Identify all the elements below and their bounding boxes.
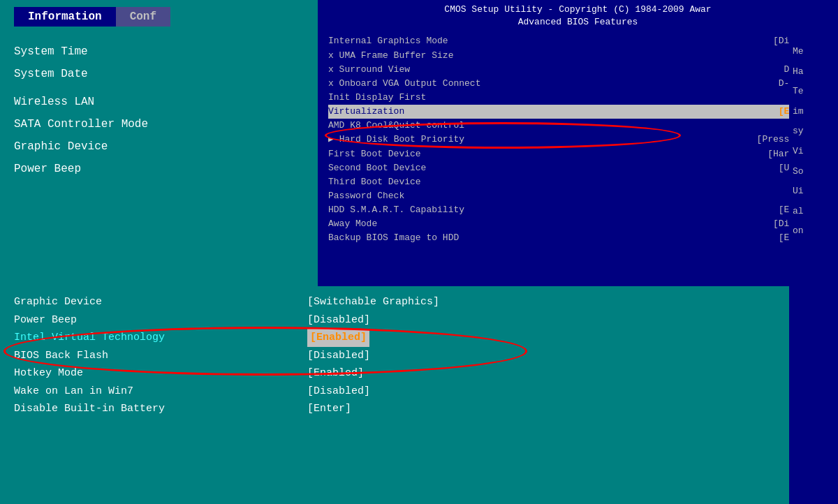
right-hints-panel: Me Ha Te im sy Vi So Ui al on (789, 0, 838, 504)
top-bios-row-8: First Boot Device[Hard Disk] (328, 147, 828, 161)
top-bios-row-0: Internal Graphics Mode[Disabled] (328, 34, 828, 48)
top-bios-row-14: Backup BIOS Image to HDD[Enabled] (328, 231, 828, 245)
top-bios-row-5: Virtualization[Enabled] (328, 105, 828, 119)
top-bios-row-9: Second Boot Device[USB-HDD] (328, 161, 828, 175)
top-bios-row-3: x Onboard VGA Output ConnectD-SUB/DVI (328, 77, 828, 91)
bottom-bios-row-1: Power Beep[Disabled] (14, 311, 775, 329)
bottom-bios-row-6: Disable Built-in Battery[Enter] (14, 400, 775, 418)
hint-on: on (793, 221, 838, 242)
bottom-bios-rows-container: Graphic Device[Switchable Graphics]Power… (14, 293, 775, 418)
hint-te: Te (793, 82, 838, 102)
bottom-bios-row-4: Hotkey Mode[Enabled] (14, 364, 775, 383)
bios-header: CMOS Setup Utility - Copyright (C) 1984-… (328, 3, 828, 29)
bottom-bios-row-5: Wake on Lan in Win7[Disabled] (14, 383, 775, 401)
bottom-bios-panel: Graphic Device[Switchable Graphics]Power… (0, 286, 789, 504)
top-bios-row-4: Init Display First[PEG] (328, 91, 828, 105)
top-bios-panel: CMOS Setup Utility - Copyright (C) 1984-… (318, 0, 838, 293)
top-bios-row-6: AMD K8 Cool&Quiet control[Auto] (328, 119, 828, 133)
bios-title-line1: CMOS Setup Utility - Copyright (C) 1984-… (328, 3, 828, 16)
hint-ui: Ui (793, 181, 838, 202)
hint-al: al (793, 202, 838, 222)
hint-ha: Ha (793, 62, 838, 82)
bios-title-line2: Advanced BIOS Features (328, 16, 828, 29)
top-bios-row-1: x UMA Frame Buffer Size128MB (328, 49, 828, 63)
top-bios-row-2: x Surround ViewDisabled (328, 63, 828, 77)
bottom-bios-row-3: BIOS Back Flash[Disabled] (14, 347, 775, 365)
hint-im: im (793, 102, 838, 122)
hint-vi: Vi (793, 142, 838, 162)
hint-me: Me (793, 42, 838, 62)
left-info-panel: Information Conf System TimeSystem DateW… (0, 0, 318, 286)
top-bios-row-11: Password Check[Setup] (328, 189, 828, 203)
tab-information[interactable]: Information (14, 7, 116, 27)
left-menu-item-6[interactable]: Power Beep (14, 158, 304, 180)
left-menu-list: System TimeSystem DateWireless LANSATA C… (14, 40, 304, 180)
bottom-bios-row-0: Graphic Device[Switchable Graphics] (14, 293, 775, 311)
top-bios-row-10: Third Boot Device[CDROM] (328, 175, 828, 189)
left-menu-item-5[interactable]: Graphic Device (14, 135, 304, 158)
hint-so: So (793, 162, 838, 182)
hint-sy: sy (793, 121, 838, 142)
tab-bar: Information Conf (14, 7, 304, 27)
left-menu-item-3[interactable]: Wireless LAN (14, 91, 304, 113)
top-bios-row-7: ▶ Hard Disk Boot Priority[Press Enter] (328, 133, 828, 147)
left-menu-item-0[interactable]: System Time (14, 40, 304, 63)
tab-conf[interactable]: Conf (116, 7, 170, 27)
left-menu-item-1[interactable]: System Date (14, 63, 304, 85)
left-menu-item-4[interactable]: SATA Controller Mode (14, 113, 304, 135)
top-bios-row-13: Away Mode[Disabled] (328, 217, 828, 231)
top-bios-row-12: HDD S.M.A.R.T. Capability[Enabled] (328, 203, 828, 217)
bottom-bios-row-2: Intel Virtual Technology[Enabled] (14, 329, 775, 347)
bios-rows-container: Internal Graphics Mode[Disabled]x UMA Fr… (328, 34, 828, 245)
